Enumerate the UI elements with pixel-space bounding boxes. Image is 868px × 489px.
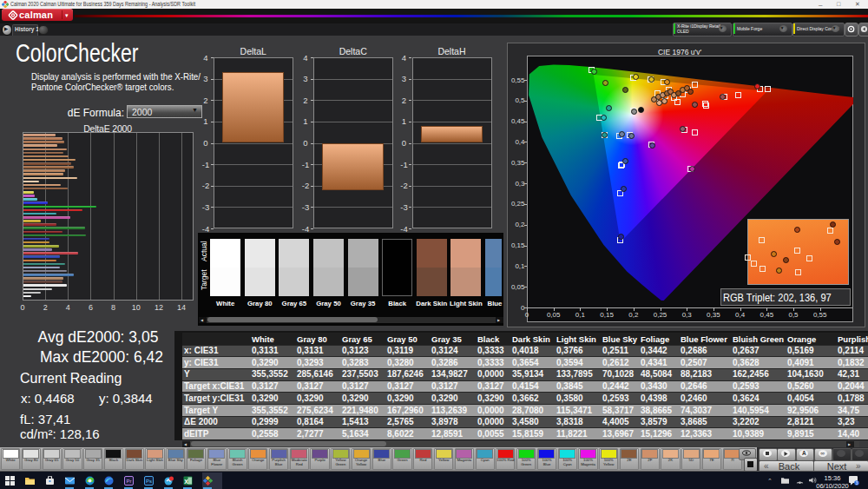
svg-text:X: X — [184, 478, 188, 484]
svg-text:Ps: Ps — [145, 479, 151, 484]
svg-text:3: 3 — [856, 480, 858, 486]
svg-text:Pr: Pr — [126, 479, 131, 484]
